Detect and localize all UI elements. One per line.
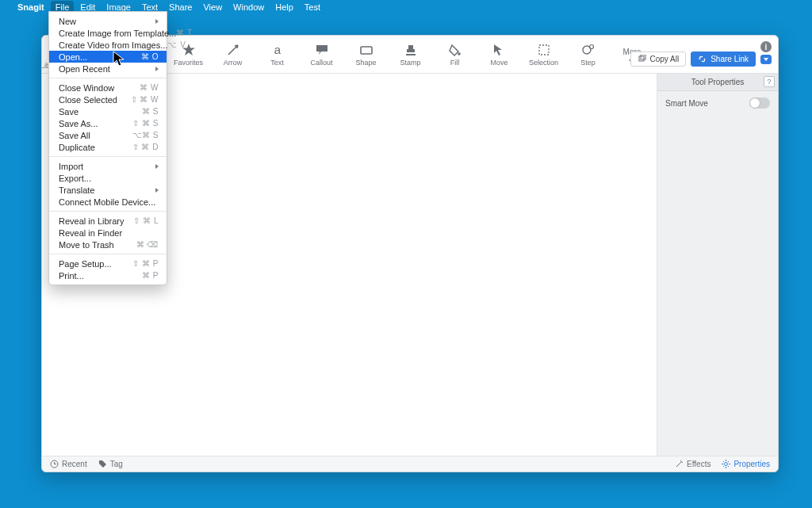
menu-share[interactable]: Share <box>169 2 192 12</box>
app-name[interactable]: Snagit <box>17 2 44 12</box>
recent-button[interactable]: Recent <box>50 460 87 468</box>
status-bar: Recent Tag Effects Properties <box>42 456 778 472</box>
menu-shortcut: ⌘ P <box>142 271 159 280</box>
menu-item-translate[interactable]: Translate <box>49 184 167 196</box>
menu-item-open[interactable]: Open...⌘ O <box>49 51 167 63</box>
tool-properties-title: Tool Properties <box>691 78 745 86</box>
menu-item-page-setup[interactable]: Page Setup...⇧ ⌘ P <box>49 258 167 269</box>
menu-shortcut: ⌘ S <box>142 107 159 116</box>
tool-label: Favorites <box>174 59 203 67</box>
tag-button[interactable]: Tag <box>98 460 123 468</box>
properties-label: Properties <box>733 460 770 468</box>
menu-item-new[interactable]: New <box>49 15 167 27</box>
chevron-right-icon <box>155 188 159 193</box>
menu-item-close-selected[interactable]: Close Selected⇧ ⌘ W <box>49 94 167 105</box>
svg-text:a: a <box>274 43 281 56</box>
move-icon <box>492 43 507 57</box>
svg-rect-6 <box>639 56 644 61</box>
menu-item-save[interactable]: Save⌘ S <box>49 105 167 117</box>
svg-rect-1 <box>361 47 372 54</box>
info-icon[interactable]: i <box>760 41 772 52</box>
menu-help[interactable]: Help <box>275 2 293 12</box>
tool-step[interactable]: Step <box>574 43 603 67</box>
gear-icon <box>722 460 730 468</box>
tool-text[interactable]: aText <box>263 43 292 67</box>
tool-label: Move <box>491 59 508 67</box>
menu-item-save-as[interactable]: Save As...⇧ ⌘ S <box>49 117 167 129</box>
menu-shortcut: ⌘ ⌫ <box>136 240 159 249</box>
menu-test[interactable]: Test <box>304 2 320 12</box>
effects-button[interactable]: Effects <box>675 460 710 468</box>
clock-icon <box>50 460 59 468</box>
menu-item-label: Translate <box>59 185 94 195</box>
share-link-button[interactable]: Share Link <box>691 52 756 67</box>
tag-icon <box>98 460 107 468</box>
link-icon <box>698 55 707 63</box>
menu-item-create-image-from-template[interactable]: Create Image from Template...⌘ T <box>49 27 167 39</box>
menu-item-connect-mobile-device[interactable]: Connect Mobile Device... <box>49 196 167 208</box>
menu-separator <box>49 156 167 157</box>
copy-icon <box>638 55 646 63</box>
tool-stamp[interactable]: Stamp <box>396 43 425 67</box>
menu-item-reveal-in-finder[interactable]: Reveal in Finder <box>49 227 167 239</box>
menu-item-label: Open Recent <box>59 64 110 74</box>
menu-item-export[interactable]: Export... <box>49 172 167 184</box>
tool-label: Callout <box>311 59 333 67</box>
share-link-label: Share Link <box>710 55 749 63</box>
menu-item-label: Save As... <box>59 119 98 128</box>
menu-item-label: Print... <box>59 271 84 281</box>
menu-shortcut: ⇧ ⌘ P <box>132 259 159 268</box>
tool-properties-panel: Tool Properties ? Smart Move <box>657 74 778 456</box>
share-link-menu-button[interactable] <box>760 55 772 64</box>
menu-shortcut: ⇧ ⌘ D <box>132 143 159 151</box>
tool-label: Stamp <box>400 59 421 67</box>
menu-item-label: Reveal in Finder <box>59 228 122 238</box>
step-icon <box>581 43 596 57</box>
help-icon[interactable]: ? <box>764 76 775 87</box>
menu-item-duplicate[interactable]: Duplicate⇧ ⌘ D <box>49 141 167 153</box>
menu-item-reveal-in-library[interactable]: Reveal in Library⇧ ⌘ L <box>49 215 167 227</box>
menu-item-label: Close Window <box>59 83 114 93</box>
tool-label: Text <box>270 59 284 67</box>
menu-shortcut: ⌥ V <box>167 40 186 49</box>
menu-item-label: Create Video from Images... <box>59 40 167 50</box>
menu-separator <box>49 78 167 78</box>
tool-callout[interactable]: Callout <box>308 43 336 67</box>
menu-item-print[interactable]: Print...⌘ P <box>49 269 167 281</box>
menu-item-label: Save <box>59 107 79 116</box>
menu-item-label: Export... <box>59 174 91 183</box>
menu-item-open-recent[interactable]: Open Recent <box>49 63 167 74</box>
svg-point-9 <box>725 463 728 466</box>
callout-icon <box>315 43 329 57</box>
chevron-right-icon <box>155 164 159 169</box>
effects-label: Effects <box>687 460 710 468</box>
tool-label: Fill <box>450 59 460 67</box>
toolbar-right: Copy All Share Link <box>630 52 772 67</box>
menu-view[interactable]: View <box>203 2 222 12</box>
tool-selection[interactable]: Selection <box>530 43 558 67</box>
tool-shape[interactable]: Shape <box>352 43 381 67</box>
properties-button[interactable]: Properties <box>722 460 770 468</box>
smart-move-toggle[interactable] <box>749 97 770 109</box>
menu-item-close-window[interactable]: Close Window⌘ W <box>49 82 167 94</box>
menu-shortcut: ⇧ ⌘ S <box>132 119 159 128</box>
menu-item-move-to-trash[interactable]: Move to Trash⌘ ⌫ <box>49 239 167 250</box>
tool-move[interactable]: Move <box>485 43 514 67</box>
copy-all-button[interactable]: Copy All <box>630 52 687 67</box>
recent-label: Recent <box>62 460 87 468</box>
tool-arrow[interactable]: Arrow <box>219 43 247 67</box>
shape-icon <box>359 43 373 57</box>
tool-label: Shape <box>356 59 377 67</box>
menu-item-create-video-from-images[interactable]: Create Video from Images...⌥ V <box>49 39 167 51</box>
menu-window[interactable]: Window <box>233 2 264 12</box>
menu-item-save-all[interactable]: Save All⌥⌘ S <box>49 129 167 141</box>
menu-item-import[interactable]: Import <box>49 160 167 172</box>
tool-fill[interactable]: Fill <box>441 43 469 67</box>
svg-rect-3 <box>539 45 549 55</box>
menu-shortcut: ⌘ W <box>140 83 159 92</box>
tool-label: Step <box>580 59 596 67</box>
arrow-icon <box>226 43 240 57</box>
menu-item-label: Duplicate <box>59 143 95 152</box>
menu-item-label: Move to Trash <box>59 240 114 250</box>
menu-item-label: Reveal in Library <box>59 216 124 226</box>
